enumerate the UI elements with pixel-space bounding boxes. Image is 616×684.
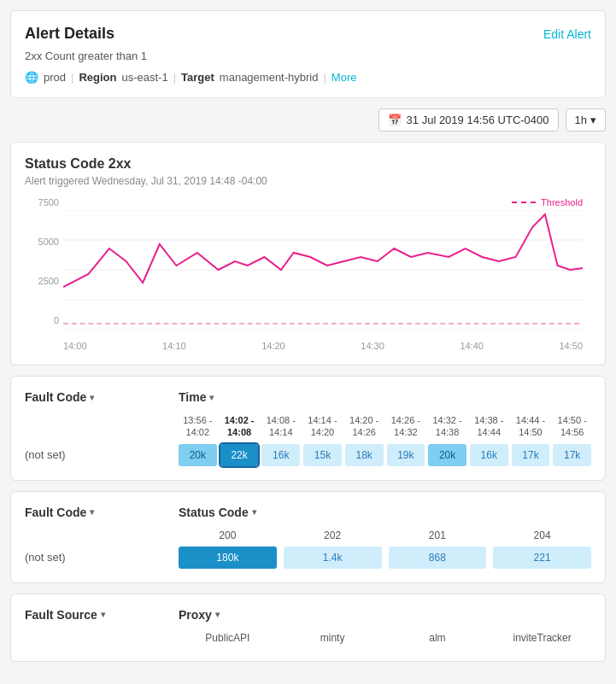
time-data-cell-2: 16k (261, 444, 300, 466)
target-value: management-hybrid (220, 71, 319, 84)
proxy-dropdown-arrow: ▾ (215, 610, 220, 619)
x-label-1400: 14:00 (63, 341, 87, 351)
time-label: Time (179, 390, 206, 404)
status-data-cell-1: 1.4k (284, 547, 382, 569)
status-table-headers: Fault Code ▾ Status Code ▾ (25, 506, 591, 519)
chart-container: Threshold 7500 5000 2500 0 14:00 14:10 1… (63, 197, 583, 351)
status-col-header-1: 202 (284, 529, 382, 547)
time-data-cell-6: 20k (428, 444, 466, 466)
time-data-cell-5: 19k (387, 444, 425, 466)
chart-card: Status Code 2xx Alert triggered Wednesda… (10, 142, 606, 365)
time-col-header-8: 14:44 -14:50 (512, 414, 550, 444)
time-col-header-1: 14:02 -14:08 (220, 414, 259, 444)
status-data-cell-0: 180k (179, 547, 277, 569)
status-row-label: (not set) (25, 547, 179, 567)
region-label: Region (79, 71, 116, 84)
y-label-7500: 7500 (25, 197, 59, 208)
threshold-dash-icon (512, 202, 536, 203)
chart-title: Status Code 2xx (25, 156, 591, 172)
edit-alert-link[interactable]: Edit Alert (543, 27, 591, 41)
time-data-cell-8: 17k (512, 444, 550, 466)
fault-source-dropdown-arrow: ▾ (101, 610, 105, 619)
alert-condition: 2xx Count greater than 1 (25, 50, 591, 62)
time-range-select[interactable]: 1h ▾ (566, 108, 606, 132)
threshold-label: Threshold (512, 197, 583, 208)
status-fault-code-label: Fault Code (25, 506, 86, 519)
status-code-col-header[interactable]: Status Code ▾ (179, 506, 591, 519)
status-col-header-0: 200 (179, 529, 277, 547)
status-data-cell-2: 868 (389, 547, 487, 569)
date-picker-button[interactable]: 📅 31 Jul 2019 14:56 UTC-0400 (378, 108, 559, 132)
time-col-header-5: 14:26 -14:32 (387, 414, 425, 444)
chart-svg (63, 210, 583, 330)
time-table-headers: Fault Code ▾ Time ▾ (25, 390, 591, 404)
proxy-col-header-2: alm (389, 632, 487, 644)
time-headers-row: 13:56 -14:0214:02 -14:0814:08 -14:1414:1… (25, 414, 591, 444)
y-axis: 7500 5000 2500 0 (25, 197, 59, 325)
x-axis: 14:00 14:10 14:20 14:30 14:40 14:50 (63, 334, 583, 351)
x-label-1430: 14:30 (361, 341, 384, 351)
x-label-1420: 14:20 (261, 341, 285, 351)
time-range-value: 1h (575, 114, 587, 126)
proxy-col-header-1: minty (284, 632, 382, 644)
time-data-cell-3: 15k (303, 444, 342, 466)
status-row-data: 180k1.4k868221 (179, 547, 591, 569)
time-data-cell-9: 17k (553, 444, 591, 466)
fault-code-dropdown-arrow: ▾ (90, 393, 94, 402)
time-col-header-3: 14:14 -14:20 (303, 414, 342, 444)
globe-icon: 🌐 (25, 71, 38, 84)
status-cols: 200202201204 (179, 529, 591, 547)
time-data-cell-7: 16k (470, 444, 508, 466)
status-data-row: (not set) 180k1.4k868221 (25, 547, 591, 569)
time-data-row: (not set) 20k22k16k15k18k19k20k16k17k17k (25, 444, 591, 466)
status-headers-row: 200202201204 (25, 529, 591, 547)
fault-code-col-header[interactable]: Fault Code ▾ (25, 390, 179, 404)
time-col-header-9: 14:50 -14:56 (553, 414, 591, 444)
time-col-header-0: 13:56 -14:02 (179, 414, 217, 444)
time-col-header-2: 14:08 -14:14 (261, 414, 300, 444)
time-col-header-6: 14:32 -14:38 (428, 414, 466, 444)
status-col-header-2: 201 (389, 529, 487, 547)
time-col-header[interactable]: Time ▾ (179, 390, 591, 404)
alert-details-card: Alert Details Edit Alert 2xx Count great… (10, 10, 606, 98)
time-row-label: (not set) (25, 445, 179, 465)
time-col-header-4: 14:20 -14:26 (345, 414, 384, 444)
chart-subtitle: Alert triggered Wednesday, Jul 31, 2019 … (25, 175, 591, 187)
y-label-0: 0 (25, 315, 59, 325)
fault-code-label: Fault Code (25, 390, 86, 404)
x-label-1440: 14:40 (460, 341, 484, 351)
region-value: us-east-1 (121, 71, 167, 84)
alert-title: Alert Details (25, 25, 114, 43)
status-table-card: Fault Code ▾ Status Code ▾ 200202201204 … (10, 491, 606, 583)
x-label-1450: 14:50 (559, 341, 583, 351)
status-fault-dropdown-arrow: ▾ (90, 507, 94, 517)
time-cols: 13:56 -14:0214:02 -14:0814:08 -14:1414:1… (179, 414, 591, 444)
time-data-cell-1: 22k (220, 444, 259, 466)
calendar-icon: 📅 (388, 114, 402, 126)
status-fault-code-header[interactable]: Fault Code ▾ (25, 506, 179, 519)
fault-source-card: Fault Source ▾ Proxy ▾ PublicAPImintyalm… (10, 593, 606, 662)
dropdown-arrow-icon: ▾ (590, 114, 596, 126)
y-label-2500: 2500 (25, 276, 59, 286)
time-dropdown-arrow: ▾ (209, 393, 214, 402)
proxy-col-header-0: PublicAPI (179, 632, 277, 644)
status-code-label: Status Code (179, 506, 249, 519)
fault-source-col-header[interactable]: Fault Source ▾ (25, 608, 179, 622)
date-value: 31 Jul 2019 14:56 UTC-0400 (407, 114, 549, 126)
proxy-cols: PublicAPImintyalminviteTracker (179, 632, 591, 644)
alert-details-header: Alert Details Edit Alert (25, 25, 591, 43)
proxy-headers-row: PublicAPImintyalminviteTracker (25, 632, 591, 644)
env-value: prod (44, 71, 66, 84)
time-row-data: 20k22k16k15k18k19k20k16k17k17k (179, 444, 591, 466)
time-data-cell-4: 18k (345, 444, 384, 466)
status-code-dropdown-arrow: ▾ (252, 507, 256, 517)
fault-source-label: Fault Source (25, 608, 97, 622)
time-col-header-7: 14:38 -14:44 (470, 414, 508, 444)
more-link[interactable]: More (331, 71, 357, 84)
proxy-col-header-3: inviteTracker (493, 632, 591, 644)
proxy-label: Proxy (179, 608, 212, 622)
status-col-header-3: 204 (493, 529, 591, 547)
alert-meta: 🌐 prod | Region us-east-1 | Target manag… (25, 71, 591, 84)
proxy-col-header[interactable]: Proxy ▾ (179, 608, 591, 622)
x-label-1410: 14:10 (162, 341, 186, 351)
